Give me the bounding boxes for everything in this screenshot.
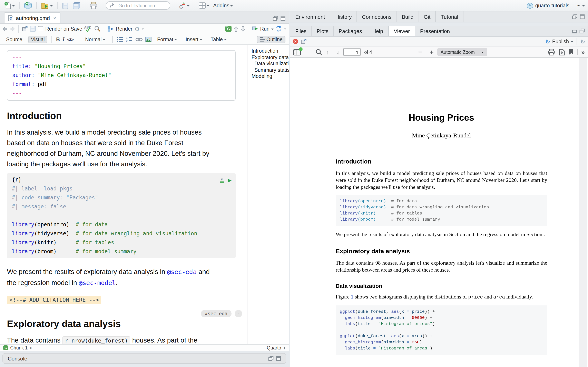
doc-mode-label[interactable]: Quarto <box>267 345 281 350</box>
maximize-pane-icon[interactable] <box>276 356 281 361</box>
new-project-button[interactable] <box>23 1 33 10</box>
go-up-icon[interactable] <box>233 26 238 32</box>
pdf-intro-paragraph: In this analysis, we build a model predi… <box>336 170 547 191</box>
tab-tutorial[interactable]: Tutorial <box>436 11 464 22</box>
maximize-pane-icon[interactable] <box>579 29 585 33</box>
tab-history[interactable]: History <box>330 11 357 22</box>
publish-button[interactable]: Publish <box>552 39 569 44</box>
table-menu[interactable]: Table <box>208 36 229 43</box>
visual-mode-button[interactable]: Visual <box>28 36 48 43</box>
link-icon[interactable] <box>136 37 143 42</box>
numbered-list-icon[interactable]: 12 <box>126 37 133 42</box>
insert-chunk-button[interactable]: +C <box>225 26 232 32</box>
tab-authoring-qmd[interactable]: authoring.qmd × <box>4 12 60 23</box>
minimize-pane-icon[interactable] <box>572 29 577 33</box>
go-down-icon[interactable] <box>241 26 245 32</box>
insert-menu[interactable]: Insert <box>183 36 205 43</box>
run-chunk-icon[interactable]: ▶ <box>228 176 232 185</box>
search-icon[interactable] <box>95 26 101 32</box>
tab-build[interactable]: Build <box>397 11 419 22</box>
mode-stepper-icon[interactable]: ▲▼ <box>283 346 285 350</box>
code-line: #| code-summary: "Packages" <box>12 193 231 202</box>
image-icon[interactable] <box>145 37 151 42</box>
save-button[interactable] <box>61 2 69 9</box>
more-tools-icon[interactable]: » <box>581 49 585 55</box>
pdf-viewer[interactable]: Housing Prices Mine Çetinkaya-Rundel Int… <box>290 58 588 367</box>
open-file-button[interactable] <box>40 2 53 9</box>
format-menu[interactable]: Format <box>154 36 180 43</box>
tab-environment[interactable]: Environment <box>290 11 330 22</box>
chevron-down-icon <box>103 39 105 42</box>
close-icon[interactable]: × <box>53 15 56 21</box>
minimize-pane-icon[interactable] <box>268 356 274 361</box>
tab-presentation[interactable]: Presentation <box>415 26 455 36</box>
back-icon[interactable] <box>2 26 8 31</box>
spellcheck-icon[interactable]: ABC <box>84 25 93 32</box>
pdf-search-icon[interactable] <box>316 49 322 55</box>
paragraph-style-select[interactable]: Normal <box>82 36 108 43</box>
bold-button[interactable]: B <box>56 36 60 42</box>
bullet-list-icon[interactable] <box>117 37 123 42</box>
goto-file-input[interactable] <box>118 3 167 8</box>
tab-files[interactable]: Files <box>290 26 312 36</box>
addins-button[interactable]: Addins <box>212 2 233 9</box>
zoom-out-icon[interactable]: − <box>418 48 422 56</box>
italic-button[interactable]: I <box>63 36 64 42</box>
code-chunk-load-pkgs[interactable]: ▼ ▶ {r} #| label: load-pkgs #| code-summ… <box>7 173 236 258</box>
tab-help[interactable]: Help <box>367 26 389 36</box>
run-chunks-above-icon[interactable]: ▼ <box>220 178 224 183</box>
forward-icon[interactable] <box>10 26 15 31</box>
tab-viewer[interactable]: Viewer <box>388 26 415 36</box>
page-number-input[interactable] <box>344 49 360 56</box>
minimize-pane-icon[interactable] <box>273 16 278 21</box>
outline-item-eda[interactable]: Exploratory data … <box>251 54 289 61</box>
section-more-button[interactable]: ⋯ <box>235 310 242 317</box>
panes-layout-button[interactable] <box>198 2 210 9</box>
chunk-stepper-icon[interactable]: ▲▼ <box>30 346 32 350</box>
outline-toggle-button[interactable]: Outline <box>257 36 285 43</box>
new-file-button[interactable] <box>3 1 16 9</box>
print-button[interactable] <box>89 2 98 9</box>
minimize-pane-icon[interactable] <box>572 14 577 19</box>
outline-item-dataviz[interactable]: Data visualization <box>251 61 289 67</box>
zoom-select[interactable]: Automatic Zoom <box>437 48 487 56</box>
pdf-sidebar-toggle[interactable] <box>293 49 301 55</box>
save-icon[interactable] <box>30 26 36 32</box>
pdf-print-icon[interactable] <box>548 49 555 55</box>
save-all-button[interactable] <box>72 1 81 9</box>
tab-plots[interactable]: Plots <box>312 26 334 36</box>
yaml-block[interactable]: --- title: "Housing Prices" author: "Min… <box>7 50 236 101</box>
maximize-pane-icon[interactable] <box>281 16 285 21</box>
tab-git[interactable]: Git <box>419 11 436 22</box>
editor-content[interactable]: --- title: "Housing Prices" author: "Min… <box>0 45 289 344</box>
zoom-in-icon[interactable]: + <box>430 48 434 56</box>
console-pane-header[interactable]: Console <box>2 353 286 364</box>
run-button[interactable]: Run <box>252 26 274 32</box>
render-on-save-checkbox[interactable] <box>38 26 43 31</box>
popout-icon[interactable] <box>301 39 307 44</box>
code-button[interactable]: </> <box>67 37 74 42</box>
outline-item-introduction[interactable]: Introduction <box>251 48 289 54</box>
divider <box>426 49 426 55</box>
tab-connections[interactable]: Connections <box>357 11 397 22</box>
pdf-download-icon[interactable] <box>558 49 565 55</box>
maximize-pane-icon[interactable] <box>580 14 585 19</box>
outline-item-summary[interactable]: Summary statis… <box>251 67 289 73</box>
gear-icon[interactable]: ⚙ <box>135 25 140 32</box>
popout-icon[interactable] <box>22 26 28 31</box>
git-button[interactable]: G <box>178 1 190 9</box>
pdf-bookmark-icon[interactable] <box>569 49 573 55</box>
refresh-icon[interactable]: ↻ <box>580 38 585 45</box>
render-button[interactable]: Render <box>108 26 132 32</box>
outline-item-modeling[interactable]: Modeling <box>251 73 289 80</box>
chunk-status-label[interactable]: Chunk 1 <box>10 345 28 350</box>
source-mode-button[interactable]: Source <box>3 36 25 43</box>
page-down-icon[interactable]: ↓ <box>337 49 340 55</box>
scrollbar[interactable] <box>579 58 587 367</box>
project-menu-button[interactable]: R quarto-tutorials — ~ <box>527 2 585 9</box>
page-up-icon[interactable]: ↑ <box>326 49 329 55</box>
tab-packages[interactable]: Packages <box>334 26 367 36</box>
source-sync-icon[interactable] <box>276 26 282 32</box>
goto-file-search[interactable] <box>106 1 170 10</box>
stop-icon[interactable]: ✕ <box>293 39 298 44</box>
